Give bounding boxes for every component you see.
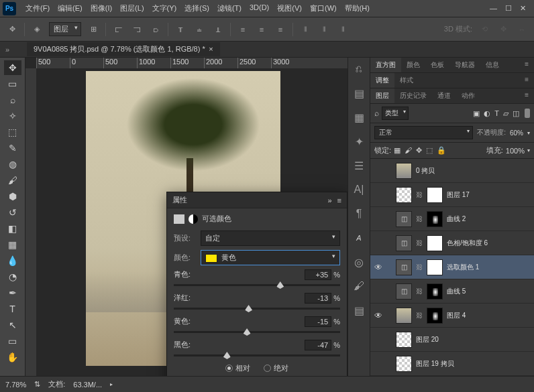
hand-tool[interactable]: ✋ [4,350,21,365]
type-icon[interactable]: A| [352,182,366,197]
panel-menu-icon[interactable]: ≡ [519,73,534,88]
mask-thumb[interactable] [427,187,443,203]
layer-thumb[interactable] [396,332,412,348]
filter-toggle[interactable] [525,109,530,118]
layer-name[interactable]: 曲线 5 [447,287,466,296]
mask-thumb[interactable] [427,235,443,251]
preset-dropdown[interactable]: 自定 [201,231,340,246]
eyedropper-tool[interactable]: ✎ [4,141,21,155]
filter-smart-icon[interactable]: ◫ [513,109,519,118]
menu-item[interactable]: 文字(Y) [148,3,181,13]
mask-thumb[interactable] [427,308,443,324]
layer-select-dropdown[interactable]: 图层 [49,22,81,36]
layer-row[interactable]: 👁 ◫ ⛓ 选取颜色 1 [370,255,534,279]
menu-item[interactable]: 帮助(H) [341,3,374,13]
menu-item[interactable]: 窗口(W) [306,3,341,13]
canvas-area[interactable]: 500050010001500200025003000 属性 » ≡ 可选颜色 … [25,58,348,376]
menu-item[interactable]: 图像(I) [87,3,116,13]
pen-tool[interactable]: ✒ [4,285,21,300]
menu-item[interactable]: 图层(L) [116,3,148,13]
layer-name[interactable]: 图层 17 [447,190,470,200]
healing-brush-tool[interactable]: ◍ [4,157,21,172]
layer-row[interactable]: ◫ ⛓ 曲线 2 [370,207,534,231]
panel-tab[interactable]: 历史记录 [394,88,432,103]
lasso-tool[interactable]: ⌕ [4,92,21,107]
glyphs-icon[interactable]: A [352,231,366,245]
close-icon[interactable]: ✕ [520,4,526,13]
fill-value[interactable]: 100% [506,147,525,155]
crop-tool[interactable]: ⬚ [4,125,21,139]
brush-tool[interactable]: 🖌 [4,173,21,188]
filter-type-dropdown[interactable]: 类型 [382,107,409,120]
slider-input[interactable] [305,293,331,304]
absolute-radio[interactable]: 绝对 [264,363,288,373]
layer-thumb[interactable] [396,308,412,324]
brushes-icon[interactable]: ▤ [352,303,366,318]
filter-adjust-icon[interactable]: ◐ [484,109,490,118]
magic-wand-tool[interactable]: ✧ [4,109,21,123]
layer-row[interactable]: 0 拷贝 [370,159,534,183]
slider-track[interactable] [174,284,340,286]
brush-settings-icon[interactable]: 🖌 [352,279,366,293]
lock-all-icon[interactable]: 🔒 [437,146,446,155]
doc-info-chevron-icon[interactable]: ▸ [110,381,113,387]
history-brush-tool[interactable]: ↺ [4,205,21,220]
slider-track[interactable] [174,308,340,310]
panel-tab[interactable]: 导航器 [449,58,480,72]
clone-stamp-tool[interactable]: ⬢ [4,189,21,204]
actions-icon[interactable]: ▤ [352,86,366,101]
relative-radio[interactable]: 相对 [225,363,250,373]
blur-tool[interactable]: 💧 [4,253,21,268]
layer-name[interactable]: 图层 19 拷贝 [416,359,454,369]
move-tool-icon[interactable]: ✥ [5,23,19,36]
mask-thumb[interactable] [427,211,443,227]
layer-name[interactable]: 色相/饱和度 6 [447,239,488,248]
link-icon[interactable]: ⛓ [416,287,423,295]
menu-item[interactable]: 3D(D) [246,3,273,13]
menu-item[interactable]: 文件(F) [21,3,54,13]
zoom-value[interactable]: 7.78% [5,381,26,389]
fill-chevron-icon[interactable]: ▾ [527,147,530,153]
link-icon[interactable]: ⛓ [416,191,423,198]
distribute-icon-2[interactable]: ≡ [255,23,268,36]
panel-menu-icon[interactable]: ≡ [519,88,534,103]
panel-tab[interactable]: 图层 [370,88,394,103]
layer-row[interactable]: ◫ ⛓ 色相/饱和度 6 [370,231,534,255]
panel-tab[interactable]: 色板 [425,58,449,72]
panel-tab[interactable]: 颜色 [401,58,425,72]
doc-info-value[interactable]: 63.3M/... [73,381,102,389]
align-middle-icon[interactable]: ⫨ [193,23,206,36]
align-bottom-icon[interactable]: ⫫ [211,23,225,36]
lock-pixel-icon[interactable]: 🖌 [405,146,412,155]
layer-row[interactable]: 👁 ⛓ 图层 4 [370,304,534,328]
history-icon[interactable]: ⎌ [352,62,366,76]
slider-thumb[interactable] [245,305,252,312]
layer-thumb[interactable] [396,163,412,179]
styles-icon[interactable]: ✦ [352,134,366,149]
zoom-chevron-icon[interactable]: ⇅ [34,380,40,389]
layer-row[interactable]: ⛓ 图层 17 [370,183,534,207]
filter-shape-icon[interactable]: ▱ [503,109,509,118]
distribute-icon-4[interactable]: ⦀ [299,23,312,36]
layer-row[interactable]: ◫ ⛓ 曲线 5 [370,279,534,304]
lock-artboard-icon[interactable]: ⬚ [426,146,433,155]
link-icon[interactable]: ⛓ [416,312,423,319]
layer-thumb[interactable]: ◫ [396,259,412,275]
tab-close-icon[interactable]: × [209,45,213,53]
link-icon[interactable]: ⛓ [416,239,423,247]
visibility-toggle[interactable]: 👁 [374,263,384,272]
layer-thumb[interactable] [396,187,412,203]
transform-controls-icon[interactable]: ⊞ [87,23,100,36]
panel-tab[interactable]: 直方图 [370,58,401,72]
cc-icon[interactable]: ◎ [352,255,366,269]
menu-item[interactable]: 编辑(E) [54,3,87,13]
move-tool[interactable]: ✥ [4,60,21,75]
distribute-icon-5[interactable]: ⦀ [317,23,331,36]
type-tool[interactable]: T [4,302,21,316]
layer-name[interactable]: 图层 4 [447,311,466,320]
filter-type-icon[interactable]: T [494,109,499,118]
paragraph-icon[interactable]: ¶ [352,206,366,221]
align-top-icon[interactable]: ⫪ [174,23,187,36]
tab-chevron-icon[interactable]: » [5,46,9,54]
layer-name[interactable]: 选取颜色 1 [447,263,479,272]
